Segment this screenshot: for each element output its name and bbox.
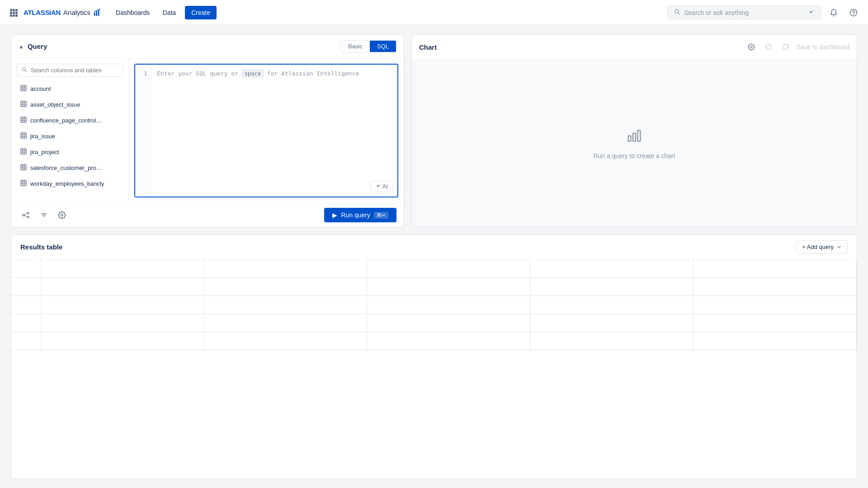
top-section: ▲ Query Basic SQL — [11, 34, 857, 227]
table-cell — [530, 259, 693, 277]
create-button[interactable]: Create — [185, 6, 217, 19]
table-cell — [367, 314, 530, 332]
chart-undo-button[interactable] — [762, 40, 775, 54]
table-grid-icon — [20, 101, 27, 108]
table-row — [11, 259, 857, 277]
line-numbers: 1 — [135, 65, 151, 197]
table-cell — [41, 314, 204, 332]
editor-content[interactable]: Enter your SQL query or space for Atlass… — [151, 65, 397, 197]
table-grid-icon — [20, 180, 27, 188]
nav-data[interactable]: Data — [157, 6, 182, 19]
table-cell — [11, 277, 41, 296]
table-item[interactable]: workday_employees_bancly — [17, 177, 123, 190]
table-item[interactable]: jira_project — [17, 145, 123, 159]
svg-rect-7 — [13, 14, 15, 17]
app-logo: ATLASSIAN Analytics — [24, 9, 101, 17]
table-cell — [367, 296, 530, 314]
svg-rect-6 — [10, 14, 12, 17]
results-table — [11, 259, 857, 479]
main-nav: Dashboards Data — [110, 6, 181, 19]
table-cell — [204, 332, 367, 350]
table-item[interactable]: confluence_page_control… — [17, 114, 123, 127]
svg-point-54 — [27, 212, 29, 214]
table-grid-icon — [20, 85, 27, 93]
table-search-box[interactable] — [17, 64, 123, 77]
filter-icon-button[interactable] — [37, 208, 51, 222]
help-button[interactable] — [846, 5, 861, 20]
svg-rect-9 — [94, 13, 95, 16]
svg-line-13 — [678, 13, 679, 14]
main-content: ▲ Query Basic SQL — [0, 25, 868, 488]
table-cell — [530, 332, 693, 350]
app-header: ATLASSIAN Analytics Dashboards Data Crea… — [0, 0, 868, 25]
query-header: ▲ Query Basic SQL — [11, 35, 404, 58]
sql-mode-button[interactable]: SQL — [370, 41, 396, 52]
chart-header-right: Save to dashboard — [745, 40, 849, 54]
search-placeholder: Search or ask anything — [684, 9, 749, 16]
svg-point-16 — [23, 68, 26, 71]
basic-mode-button[interactable]: Basic — [341, 41, 370, 52]
table-cell — [11, 296, 41, 314]
run-shortcut: ⌘↵ — [374, 212, 388, 219]
table-cell — [41, 296, 204, 314]
chart-redo-button[interactable] — [779, 40, 793, 54]
table-grid-icon — [20, 117, 27, 124]
svg-rect-4 — [13, 12, 15, 14]
svg-rect-10 — [96, 11, 97, 16]
chart-title: Chart — [419, 43, 437, 51]
analytics-label: Analytics — [63, 9, 90, 16]
table-row — [11, 296, 857, 314]
ai-button[interactable]: AI — [370, 181, 393, 192]
svg-rect-33 — [21, 133, 26, 138]
nav-dashboards[interactable]: Dashboards — [110, 6, 156, 19]
table-name: jira_issue — [30, 133, 55, 140]
query-mode-toggle: Basic SQL — [340, 40, 396, 52]
chart-panel: Chart — [411, 34, 857, 227]
table-name: jira_project — [30, 149, 59, 155]
table-cell — [204, 296, 367, 314]
table-cell — [204, 277, 367, 296]
save-to-dashboard-button[interactable]: Save to dashboard — [796, 43, 849, 51]
schema-icon-button[interactable] — [19, 208, 33, 222]
svg-rect-2 — [15, 9, 18, 11]
grid-menu-icon[interactable] — [7, 6, 20, 19]
svg-rect-5 — [15, 12, 18, 14]
run-query-button[interactable]: ▶ Run query ⌘↵ — [324, 208, 396, 222]
settings-icon-button[interactable] — [55, 208, 69, 222]
chart-empty-icon — [626, 127, 642, 147]
analytics-chart-icon — [93, 9, 101, 17]
table-cell — [204, 259, 367, 277]
results-section: Results table + Add query — [11, 235, 857, 479]
global-search[interactable]: Search or ask anything — [667, 5, 821, 19]
notification-button[interactable] — [826, 5, 841, 20]
table-name: asset_object_issue — [30, 101, 80, 108]
table-row — [11, 277, 857, 296]
add-query-button[interactable]: + Add query — [796, 240, 848, 253]
svg-line-56 — [24, 213, 28, 215]
table-grid-icon — [20, 132, 27, 140]
table-row — [11, 314, 857, 332]
table-item[interactable]: asset_object_issue — [17, 98, 123, 111]
chart-settings-button[interactable] — [745, 40, 758, 54]
ai-sparkle-mini-icon — [375, 184, 381, 189]
editor-area[interactable]: 1 Enter your SQL query or space for Atla… — [134, 64, 398, 197]
table-search-input[interactable] — [31, 67, 118, 74]
table-cell — [693, 277, 857, 296]
results-header: Results table + Add query — [11, 235, 857, 259]
query-title: ▲ Query — [19, 42, 47, 50]
table-cell — [693, 259, 857, 277]
table-cell — [367, 259, 530, 277]
svg-line-17 — [25, 70, 27, 72]
table-item[interactable]: salesforce_customer_pro… — [17, 161, 123, 174]
query-body: account asset_object_issue confluence_pa… — [11, 58, 404, 203]
table-list: account asset_object_issue confluence_pa… — [11, 58, 129, 203]
table-cell — [693, 332, 857, 350]
table-item[interactable]: account — [17, 82, 123, 95]
run-play-icon: ▶ — [332, 211, 337, 219]
table-item[interactable]: jira_issue — [17, 130, 123, 143]
data-grid — [11, 259, 857, 350]
query-panel: ▲ Query Basic SQL — [11, 34, 404, 227]
sql-editor: 1 Enter your SQL query or space for Atla… — [129, 58, 404, 203]
collapse-icon[interactable]: ▲ — [19, 43, 24, 50]
table-row — [11, 332, 857, 350]
